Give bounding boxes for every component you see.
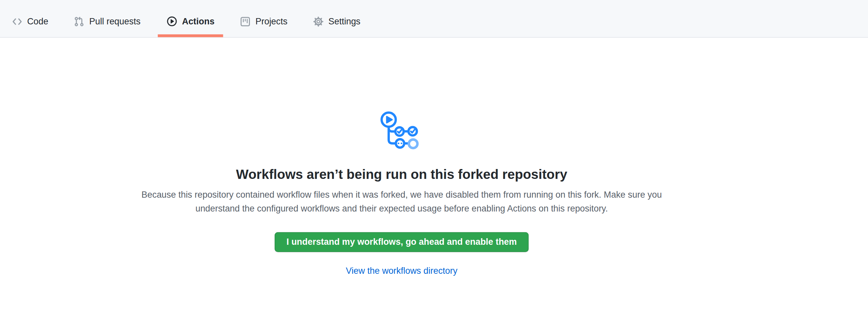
blankslate-title: Workflows aren’t being run on this forke… (138, 166, 665, 183)
actions-blankslate: Workflows aren’t being run on this forke… (0, 37, 868, 276)
project-icon (240, 17, 250, 26)
enable-workflows-button[interactable]: I understand my workflows, go ahead and … (275, 232, 528, 252)
tab-projects[interactable]: Projects (231, 6, 296, 37)
tab-label: Code (27, 17, 48, 26)
view-workflows-directory-link[interactable]: View the workflows directory (346, 266, 457, 275)
play-circle-icon (166, 16, 177, 27)
tab-actions[interactable]: Actions (158, 6, 224, 37)
tab-pull-requests[interactable]: Pull requests (65, 6, 150, 37)
tab-label: Pull requests (89, 17, 141, 26)
code-icon (12, 17, 22, 26)
tab-label: Projects (255, 17, 287, 26)
tab-label: Settings (328, 17, 360, 26)
gear-icon (313, 17, 323, 26)
tab-code[interactable]: Code (3, 6, 57, 37)
workflow-graph-icon (377, 108, 427, 154)
blankslate-description: Because this repository contained workfl… (138, 188, 665, 215)
blankslate-column: Workflows aren’t being run on this forke… (138, 37, 665, 276)
actions-page: Code Pull requests (0, 0, 868, 311)
tab-settings[interactable]: Settings (305, 6, 369, 37)
repo-nav: Code Pull requests (0, 0, 868, 37)
link-row: View the workflows directory (138, 266, 665, 276)
tab-label: Actions (182, 17, 215, 26)
git-pull-request-icon (74, 17, 84, 26)
